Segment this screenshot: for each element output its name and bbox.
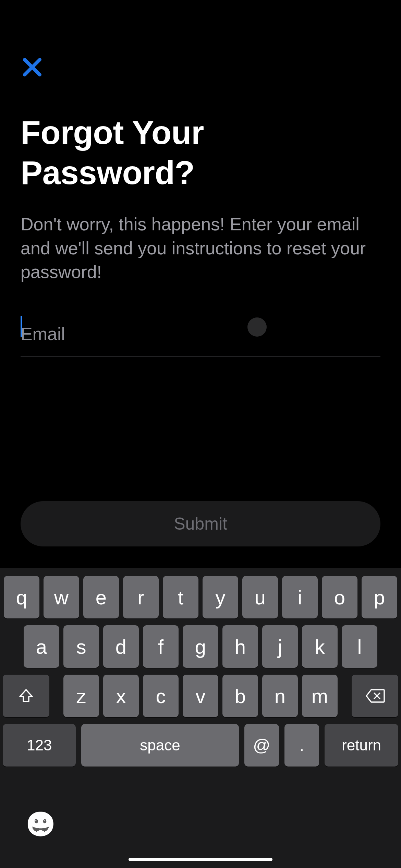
key-u[interactable]: u [242,576,278,618]
key-f[interactable]: f [143,625,179,668]
key-n[interactable]: n [262,675,298,717]
key-b[interactable]: b [222,675,258,717]
shift-icon [18,688,34,704]
email-field-wrap[interactable] [21,312,380,357]
submit-button-label: Submit [174,514,227,534]
key-q[interactable]: q [4,576,39,618]
key-h[interactable]: h [222,625,258,668]
key-v[interactable]: v [183,675,218,717]
key-space[interactable]: space [81,724,239,767]
key-l[interactable]: l [342,625,377,668]
key-backspace[interactable] [352,675,398,717]
key-at[interactable]: @ [244,724,279,767]
keyboard-row-1: q w e r t y u i o p [0,576,401,618]
page-title: Forgot Your Password? [21,112,380,193]
emoji-icon: 😀 [26,812,56,836]
key-a[interactable]: a [24,625,59,668]
key-y[interactable]: y [203,576,238,618]
key-g[interactable]: g [183,625,218,668]
key-d[interactable]: d [103,625,139,668]
key-x[interactable]: x [103,675,139,717]
key-r[interactable]: r [123,576,159,618]
key-j[interactable]: j [262,625,298,668]
key-shift[interactable] [3,675,49,717]
key-s[interactable]: s [63,625,99,668]
emoji-button[interactable]: 😀 [27,810,54,838]
backspace-icon [365,688,385,703]
keyboard: q w e r t y u i o p a s d f g h j k l [0,568,401,868]
key-w[interactable]: w [44,576,79,618]
decorative-dot [247,317,267,337]
key-i[interactable]: i [282,576,318,618]
key-c[interactable]: c [143,675,179,717]
key-m[interactable]: m [302,675,338,717]
keyboard-row-3: z x c v b n m [0,675,401,717]
key-t[interactable]: t [163,576,198,618]
close-icon [23,58,42,77]
keyboard-row-2: a s d f g h j k l [0,625,401,668]
text-caret [21,316,22,337]
home-indicator[interactable] [129,858,272,861]
close-button[interactable] [20,55,45,80]
key-p[interactable]: p [362,576,397,618]
key-numbers[interactable]: 123 [3,724,76,767]
key-e[interactable]: e [83,576,119,618]
submit-button[interactable]: Submit [21,501,380,546]
key-k[interactable]: k [302,625,338,668]
key-dot[interactable]: . [284,724,319,767]
key-return[interactable]: return [325,724,398,767]
keyboard-row-4: 123 space @ . return [0,724,401,767]
key-o[interactable]: o [322,576,357,618]
key-z[interactable]: z [63,675,99,717]
email-field[interactable] [21,312,380,356]
page-subtitle: Don't worry, this happens! Enter your em… [21,213,367,284]
